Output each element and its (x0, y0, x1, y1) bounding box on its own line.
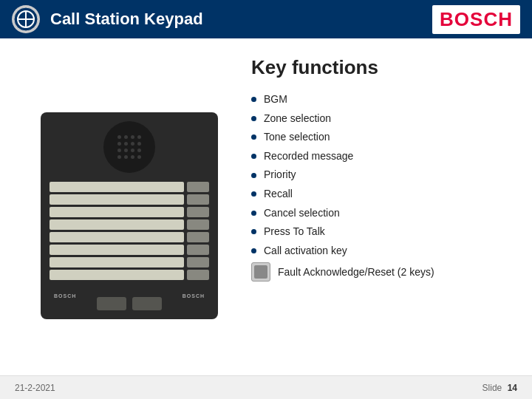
bullet-dot (251, 229, 256, 234)
key-label (50, 270, 184, 280)
key-label (50, 257, 184, 267)
speaker-dot (131, 142, 134, 146)
device-keys-area (47, 179, 212, 293)
bullet-item-zone-selection: Zone selection (251, 112, 510, 126)
speaker-dot (124, 142, 128, 146)
call-station-device: BOSCH BOSCH (41, 112, 218, 319)
bullet-item-priority: Priority (251, 168, 510, 183)
key-label (50, 207, 184, 217)
bullet-text-press-to-talk: Press To Talk (264, 225, 325, 239)
bullet-text-recall: Recall (264, 187, 293, 202)
bullet-item-press-to-talk: Press To Talk (251, 225, 510, 239)
device-brand-label-right: BOSCH (183, 293, 205, 299)
bullet-dot (251, 173, 256, 178)
key-button[interactable] (187, 232, 209, 242)
key-label (50, 182, 184, 192)
bullet-text-bgm: BGM (264, 92, 287, 107)
device-bottom-buttons (97, 297, 162, 310)
bullet-item-recall: Recall (251, 187, 510, 202)
key-button[interactable] (187, 245, 209, 255)
key-button[interactable] (187, 219, 209, 230)
bullet-text-cancel-selection: Cancel selection (264, 206, 340, 221)
device-brand-label-left: BOSCH (54, 293, 76, 299)
header: Call Station Keypad BOSCH (0, 0, 532, 38)
speaker-dot (124, 135, 128, 139)
speaker-dot (137, 142, 141, 146)
key-label (50, 232, 184, 242)
bullet-item-recorded-message: Recorded message (251, 149, 510, 164)
bullet-text-tone-selection: Tone selection (264, 130, 330, 145)
footer-date: 21-2-2021 (15, 383, 55, 393)
bullet-dot (251, 154, 256, 159)
fault-icon-inner (254, 265, 267, 279)
page-title: Call Station Keypad (50, 10, 432, 29)
key-button[interactable] (187, 257, 209, 267)
footer-slide-label: Slide (482, 383, 502, 393)
speaker-dot (124, 149, 128, 152)
bullet-dot (251, 116, 256, 121)
speaker-dot (137, 149, 141, 152)
speaker-grille (117, 135, 142, 160)
bullet-text-call-activation-key: Call activation key (264, 244, 347, 259)
device-image-area: BOSCH BOSCH (22, 56, 236, 375)
footer-slide-info: Slide 14 (482, 383, 517, 393)
key-label (50, 194, 184, 205)
key-button[interactable] (187, 182, 209, 192)
bosch-logo-circle (12, 5, 40, 33)
fault-row: Fault Acknowledge/Reset (2 keys) (251, 262, 510, 282)
bullet-dot (251, 248, 256, 253)
footer-slide-number: 14 (508, 383, 517, 393)
key-button[interactable] (187, 207, 209, 217)
speaker-dot (137, 135, 141, 139)
bullet-dot (251, 191, 256, 197)
key-button[interactable] (187, 270, 209, 280)
bullet-item-cancel-selection: Cancel selection (251, 206, 510, 221)
speaker-dot (124, 155, 128, 159)
key-button[interactable] (187, 194, 209, 205)
bullet-dot (251, 134, 256, 140)
section-title: Key functions (251, 56, 510, 79)
footer: 21-2-2021 Slide 14 (0, 375, 532, 399)
bullet-dot (251, 211, 256, 216)
bullet-text-recorded-message: Recorded message (264, 149, 353, 164)
speaker-dot (117, 135, 121, 139)
bullet-item-call-activation-key: Call activation key (251, 244, 510, 259)
speaker-dot (117, 149, 121, 152)
bosch-brand-logo: BOSCH (432, 5, 520, 34)
bullet-item-tone-selection: Tone selection (251, 130, 510, 145)
main-content: BOSCH BOSCH Key functions BGMZone select… (0, 38, 532, 375)
bullet-dot (251, 97, 256, 102)
speaker-dot (131, 149, 134, 152)
fault-icon-box (251, 262, 270, 282)
key-functions-list: BGMZone selectionTone selectionRecorded … (251, 92, 510, 258)
speaker-dot (117, 142, 121, 146)
key-label (50, 219, 184, 230)
bullet-item-bgm: BGM (251, 92, 510, 107)
device-bottom-btn-right[interactable] (132, 297, 162, 310)
bullet-text-priority: Priority (264, 168, 296, 183)
keys-buttons-col (187, 182, 209, 290)
speaker-dot (131, 155, 134, 159)
fault-text: Fault Acknowledge/Reset (2 keys) (278, 266, 434, 278)
device-bottom-btn-left[interactable] (97, 297, 126, 310)
device-speaker (103, 121, 155, 173)
content-area: Key functions BGMZone selectionTone sele… (236, 56, 510, 375)
speaker-dot (137, 155, 141, 159)
bullet-text-zone-selection: Zone selection (264, 112, 331, 126)
speaker-dot (131, 135, 134, 139)
key-label (50, 245, 184, 255)
keys-labels-col (50, 182, 184, 290)
speaker-dot (117, 155, 121, 159)
